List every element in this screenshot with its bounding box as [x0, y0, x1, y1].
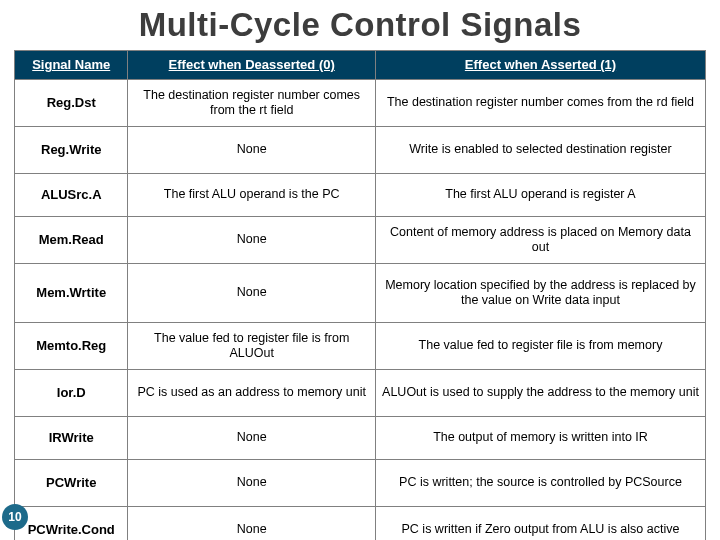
cell-signal: Reg.Dst: [15, 80, 128, 127]
cell-signal: Reg.Write: [15, 127, 128, 174]
slide: Multi-Cycle Control Signals Signal Name …: [0, 0, 720, 540]
cell-deasserted: The value fed to register file is from A…: [128, 323, 376, 370]
th-signal-name: Signal Name: [15, 51, 128, 80]
cell-asserted: The destination register number comes fr…: [375, 80, 705, 127]
th-asserted: Effect when Asserted (1): [375, 51, 705, 80]
th-deasserted: Effect when Deasserted (0): [128, 51, 376, 80]
cell-asserted: PC is written if Zero output from ALU is…: [375, 507, 705, 540]
cell-deasserted: None: [128, 127, 376, 174]
cell-deasserted: None: [128, 417, 376, 460]
table-row: IRWrite None The output of memory is wri…: [15, 417, 706, 460]
cell-deasserted: None: [128, 264, 376, 323]
cell-signal: ALUSrc.A: [15, 174, 128, 217]
table-row: PCWrite.Cond None PC is written if Zero …: [15, 507, 706, 540]
cell-signal: IRWrite: [15, 417, 128, 460]
cell-deasserted: None: [128, 507, 376, 540]
cell-signal: Ior.D: [15, 370, 128, 417]
cell-asserted: Memory location specified by the address…: [375, 264, 705, 323]
cell-asserted: Content of memory address is placed on M…: [375, 217, 705, 264]
page-number-badge: 10: [2, 504, 28, 530]
table-row: Mem.Read None Content of memory address …: [15, 217, 706, 264]
signals-table: Signal Name Effect when Deasserted (0) E…: [14, 50, 706, 540]
cell-asserted: The first ALU operand is register A: [375, 174, 705, 217]
cell-signal: PCWrite: [15, 460, 128, 507]
table-row: ALUSrc.A The first ALU operand is the PC…: [15, 174, 706, 217]
cell-asserted: Write is enabled to selected destination…: [375, 127, 705, 174]
cell-deasserted: PC is used as an address to memory unit: [128, 370, 376, 417]
table-row: Reg.Dst The destination register number …: [15, 80, 706, 127]
cell-asserted: PC is written; the source is controlled …: [375, 460, 705, 507]
cell-deasserted: The first ALU operand is the PC: [128, 174, 376, 217]
table-row: PCWrite None PC is written; the source i…: [15, 460, 706, 507]
cell-signal: PCWrite.Cond: [15, 507, 128, 540]
table-row: Mem.Wrtite None Memory location specifie…: [15, 264, 706, 323]
page-title: Multi-Cycle Control Signals: [14, 6, 706, 44]
cell-signal: Memto.Reg: [15, 323, 128, 370]
cell-deasserted: None: [128, 460, 376, 507]
cell-asserted: The value fed to register file is from m…: [375, 323, 705, 370]
cell-signal: Mem.Wrtite: [15, 264, 128, 323]
cell-asserted: The output of memory is written into IR: [375, 417, 705, 460]
table-row: Memto.Reg The value fed to register file…: [15, 323, 706, 370]
cell-deasserted: None: [128, 217, 376, 264]
table-row: Reg.Write None Write is enabled to selec…: [15, 127, 706, 174]
cell-asserted: ALUOut is used to supply the address to …: [375, 370, 705, 417]
cell-deasserted: The destination register number comes fr…: [128, 80, 376, 127]
cell-signal: Mem.Read: [15, 217, 128, 264]
table-row: Ior.D PC is used as an address to memory…: [15, 370, 706, 417]
